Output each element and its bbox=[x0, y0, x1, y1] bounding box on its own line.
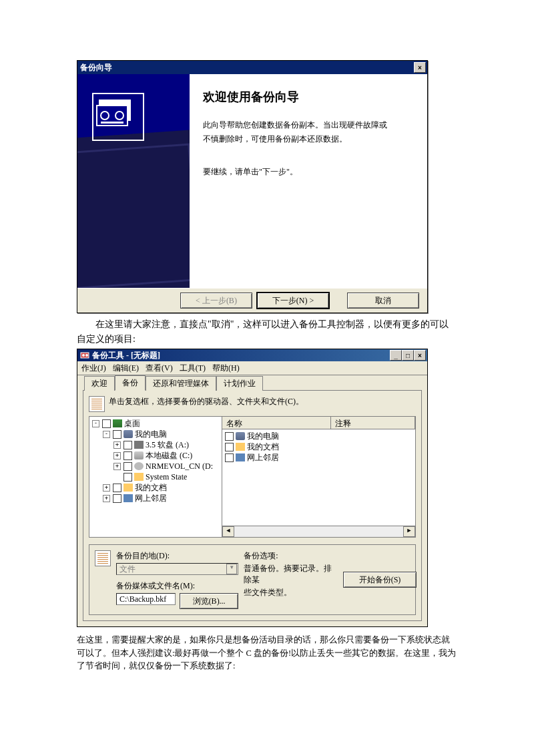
opts-line1: 普通备份。摘要记录。排除某 bbox=[244, 563, 338, 586]
chevron-down-icon: ▼ bbox=[226, 564, 237, 574]
tree-system-state[interactable]: System State bbox=[146, 472, 187, 482]
tree-my-documents[interactable]: 我的文档 bbox=[135, 482, 167, 494]
destination-group: 备份目的地(D): 文件 ▼ 备份媒体或文件名(M): C:\Backup.bk… bbox=[89, 544, 416, 615]
tool-titlebar: 备份工具 - [无标题] _ □ × bbox=[77, 349, 427, 361]
tab-schedule[interactable]: 计划作业 bbox=[216, 376, 263, 391]
wizard-desc-line1: 此向导帮助您创建数据备份副本。当出现硬件故障或 bbox=[203, 120, 409, 131]
network-icon bbox=[236, 453, 245, 461]
tree-my-computer[interactable]: 我的电脑 bbox=[135, 429, 167, 440]
document-icon bbox=[89, 396, 105, 412]
tree-cd[interactable]: NRMEVOL_CN (D: bbox=[146, 461, 213, 471]
tape-icon bbox=[95, 96, 136, 132]
minimize-icon[interactable]: _ bbox=[390, 350, 402, 361]
wizard-heading: 欢迎使用备份向导 bbox=[203, 89, 409, 105]
back-button: < 上一步(B) bbox=[180, 293, 252, 309]
next-button[interactable]: 下一步(N) > bbox=[256, 292, 330, 309]
network-icon bbox=[123, 494, 133, 502]
cancel-button[interactable]: 取消 bbox=[347, 293, 419, 309]
dest-combo: 文件 ▼ bbox=[116, 563, 238, 575]
tree-pane[interactable]: - 桌面 - 我的电脑 + 3.5 软盘 (A:) + 本地磁盘 (C:) bbox=[89, 417, 222, 537]
wizard-sidebar-graphic bbox=[77, 74, 190, 288]
menu-tools[interactable]: 工具(T) bbox=[180, 363, 206, 374]
backup-wizard-dialog: 备份向导 × 欢迎使用备份向导 此向导帮助您创建数据 bbox=[77, 60, 428, 313]
backup-tool-window: 备份工具 - [无标题] _ □ × 作业(J) 编辑(E) 查看(V) 工具(… bbox=[77, 349, 428, 627]
list-item-docs[interactable]: 我的文档 bbox=[247, 441, 279, 453]
start-backup-button[interactable]: 开始备份(S) bbox=[343, 572, 417, 588]
documents-icon bbox=[236, 443, 245, 451]
list-item-net[interactable]: 网上邻居 bbox=[247, 452, 279, 463]
menu-view[interactable]: 查看(V) bbox=[146, 363, 173, 374]
menu-job[interactable]: 作业(J) bbox=[81, 363, 106, 374]
documents-icon bbox=[123, 484, 133, 492]
opts-label: 备份选项: bbox=[244, 550, 338, 562]
tab-restore[interactable]: 还原和管理媒体 bbox=[146, 376, 216, 391]
tab-backup[interactable]: 备份 bbox=[115, 375, 146, 391]
instruction-text: 单击复选框，选择要备份的驱动器、文件夹和文件(C)。 bbox=[109, 396, 304, 407]
pc-icon bbox=[236, 432, 245, 440]
tabstrip: 欢迎 备份 还原和管理媒体 计划作业 bbox=[77, 375, 427, 390]
menu-edit[interactable]: 编辑(E) bbox=[113, 363, 139, 374]
tab-welcome[interactable]: 欢迎 bbox=[84, 376, 115, 391]
desktop-icon bbox=[113, 419, 122, 427]
tree-floppy[interactable]: 3.5 软盘 (A:) bbox=[146, 439, 189, 451]
cd-icon bbox=[134, 462, 144, 470]
disk-icon bbox=[134, 451, 144, 459]
app-icon bbox=[80, 351, 89, 360]
wizard-title: 备份向导 bbox=[80, 62, 112, 73]
media-filename-input[interactable]: C:\Backup.bkf bbox=[116, 593, 176, 605]
opts-line2: 些文件类型。 bbox=[244, 587, 338, 598]
list-item-pc[interactable]: 我的电脑 bbox=[247, 431, 279, 442]
system-state-icon bbox=[134, 473, 144, 481]
close-icon[interactable]: × bbox=[414, 62, 426, 73]
list-scrollbar[interactable]: ◄► bbox=[222, 526, 415, 537]
tool-title: 备份工具 - [无标题] bbox=[92, 350, 160, 361]
document-icon bbox=[95, 550, 111, 566]
close-icon[interactable]: × bbox=[414, 350, 426, 361]
backup-tab-panel: 单击复选框，选择要备份的驱动器、文件夹和文件(C)。 - 桌面 - 我的电脑 +… bbox=[83, 390, 422, 621]
svg-point-6 bbox=[82, 354, 85, 357]
maximize-icon[interactable]: □ bbox=[402, 350, 414, 361]
tree-desktop[interactable]: 桌面 bbox=[124, 418, 140, 429]
menu-help[interactable]: 帮助(H) bbox=[212, 363, 240, 374]
tree-network[interactable]: 网上邻居 bbox=[135, 493, 167, 504]
list-pane[interactable]: 名称 注释 我的电脑 我的文档 bbox=[222, 417, 415, 537]
pc-icon bbox=[123, 430, 133, 438]
tree-local-c[interactable]: 本地磁盘 (C:) bbox=[146, 450, 192, 461]
browse-button[interactable]: 浏览(B)... bbox=[180, 593, 238, 609]
dest-label: 备份目的地(D): bbox=[116, 550, 238, 562]
body-paragraph-1: 在这里请大家注意，直接点"取消"，这样可以进入备份工具控制器，以便有更多的可以自… bbox=[77, 317, 457, 346]
media-label: 备份媒体或文件名(M): bbox=[116, 580, 238, 592]
floppy-icon bbox=[134, 441, 144, 449]
menubar: 作业(J) 编辑(E) 查看(V) 工具(T) 帮助(H) bbox=[77, 361, 427, 375]
col-name[interactable]: 名称 bbox=[222, 417, 331, 429]
svg-point-7 bbox=[85, 354, 88, 357]
wizard-continue-text: 要继续，请单击"下一步"。 bbox=[203, 166, 409, 178]
wizard-desc-line2: 不慎删除时，可使用备份副本还原数据。 bbox=[203, 134, 409, 145]
body-paragraph-2: 在这里，需要提醒大家的是，如果你只是想备份活动目录的话，那么你只需要备份一下系统… bbox=[77, 634, 457, 673]
wizard-titlebar: 备份向导 × bbox=[77, 61, 427, 74]
col-comment[interactable]: 注释 bbox=[331, 417, 415, 429]
svg-rect-4 bbox=[101, 122, 123, 124]
